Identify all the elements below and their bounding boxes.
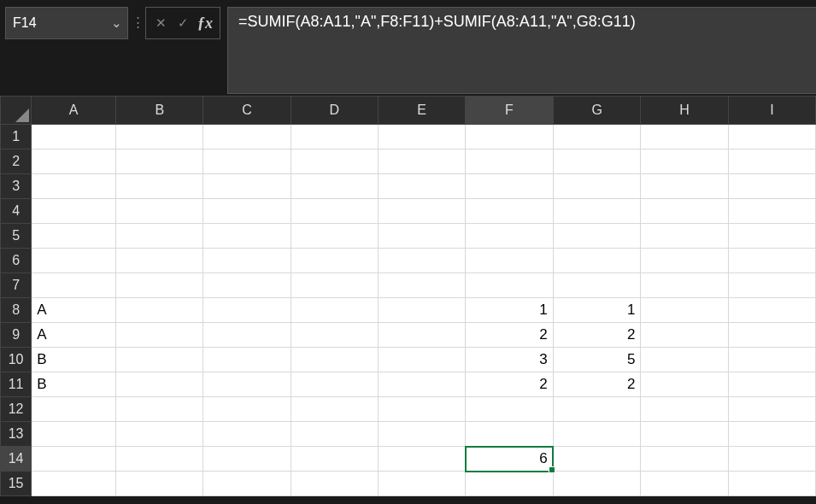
cell-H14[interactable] [641,447,728,472]
column-header-I[interactable]: I [728,97,815,125]
cell-F9[interactable]: 2 [466,323,554,348]
cell-F5[interactable] [466,224,554,249]
cell-I9[interactable] [728,323,815,348]
cell-A10[interactable]: B [32,348,116,372]
row-header-8[interactable]: 8 [1,298,32,323]
cell-H6[interactable] [641,249,728,273]
cell-I15[interactable] [728,472,815,496]
cell-I1[interactable] [728,125,815,149]
cell-D1[interactable] [291,125,378,149]
cell-G1[interactable] [553,125,641,149]
cell-A4[interactable] [32,199,116,224]
cell-I4[interactable] [728,199,815,224]
row-header-7[interactable]: 7 [1,273,32,298]
cell-E8[interactable] [378,298,465,323]
row-header-15[interactable]: 15 [1,472,32,496]
cell-F8[interactable]: 1 [466,298,554,323]
cell-E1[interactable] [378,125,465,149]
cell-G3[interactable] [553,174,641,199]
row-header-4[interactable]: 4 [1,199,32,224]
cell-E3[interactable] [378,174,465,199]
cell-A1[interactable] [32,125,116,149]
chevron-down-icon[interactable]: ⌄ [105,15,127,31]
cell-C9[interactable] [203,323,291,348]
cell-I5[interactable] [728,224,815,249]
cell-C12[interactable] [203,397,291,422]
row-header-5[interactable]: 5 [1,224,32,249]
cell-D12[interactable] [291,397,378,422]
cell-A9[interactable]: A [32,323,116,348]
cell-I2[interactable] [728,149,815,174]
cell-C2[interactable] [203,149,291,174]
cell-H2[interactable] [641,149,728,174]
cell-E7[interactable] [378,273,465,298]
cell-D4[interactable] [291,199,378,224]
cell-E13[interactable] [378,422,465,447]
row-header-14[interactable]: 14 [1,447,32,472]
cell-A8[interactable]: A [32,298,116,323]
cell-G12[interactable] [553,397,641,422]
cell-H4[interactable] [641,199,728,224]
cell-G9[interactable]: 2 [553,323,641,348]
cell-D9[interactable] [291,323,378,348]
cell-F12[interactable] [466,397,554,422]
cell-E11[interactable] [378,372,465,397]
cell-B8[interactable] [116,298,203,323]
cell-A2[interactable] [32,149,116,174]
cell-E15[interactable] [378,472,465,496]
column-header-H[interactable]: H [641,97,728,125]
cell-E5[interactable] [378,224,465,249]
cell-C4[interactable] [203,199,291,224]
cell-E10[interactable] [378,348,465,372]
cell-I6[interactable] [728,249,815,273]
cell-D6[interactable] [291,249,378,273]
cell-I8[interactable] [728,298,815,323]
cell-H3[interactable] [641,174,728,199]
cell-D11[interactable] [291,372,378,397]
column-header-A[interactable]: A [32,97,116,125]
row-header-9[interactable]: 9 [1,323,32,348]
cell-C6[interactable] [203,249,291,273]
cell-A14[interactable] [32,447,116,472]
column-header-C[interactable]: C [203,97,291,125]
cell-D10[interactable] [291,348,378,372]
select-all-corner[interactable] [1,97,32,125]
cell-D8[interactable] [291,298,378,323]
cell-F11[interactable]: 2 [466,372,554,397]
cell-B3[interactable] [116,174,203,199]
row-header-2[interactable]: 2 [1,149,32,174]
cell-F10[interactable]: 3 [466,348,554,372]
formula-bar[interactable]: =SUMIF(A8:A11,"A",F8:F11)+SUMIF(A8:A11,"… [227,7,816,94]
cell-D7[interactable] [291,273,378,298]
cell-G8[interactable]: 1 [553,298,641,323]
cell-A7[interactable] [32,273,116,298]
cell-B6[interactable] [116,249,203,273]
cell-A13[interactable] [32,422,116,447]
cell-I11[interactable] [728,372,815,397]
cell-C8[interactable] [203,298,291,323]
cell-G13[interactable] [553,422,641,447]
cell-F4[interactable] [466,199,554,224]
cell-H15[interactable] [641,472,728,496]
cell-G14[interactable] [553,447,641,472]
cell-G15[interactable] [553,472,641,496]
cell-A12[interactable] [32,397,116,422]
cell-I12[interactable] [728,397,815,422]
cell-C1[interactable] [203,125,291,149]
cell-G10[interactable]: 5 [553,348,641,372]
cell-B4[interactable] [116,199,203,224]
fx-icon[interactable]: ƒx [194,9,216,37]
cell-I13[interactable] [728,422,815,447]
cell-B15[interactable] [116,472,203,496]
cell-B1[interactable] [116,125,203,149]
cell-E4[interactable] [378,199,465,224]
cell-C10[interactable] [203,348,291,372]
cell-G4[interactable] [553,199,641,224]
cell-C7[interactable] [203,273,291,298]
cell-H5[interactable] [641,224,728,249]
column-header-D[interactable]: D [291,97,378,125]
cell-B14[interactable] [116,447,203,472]
cell-F14[interactable]: 6 [466,447,554,472]
cell-C15[interactable] [203,472,291,496]
cell-G6[interactable] [553,249,641,273]
